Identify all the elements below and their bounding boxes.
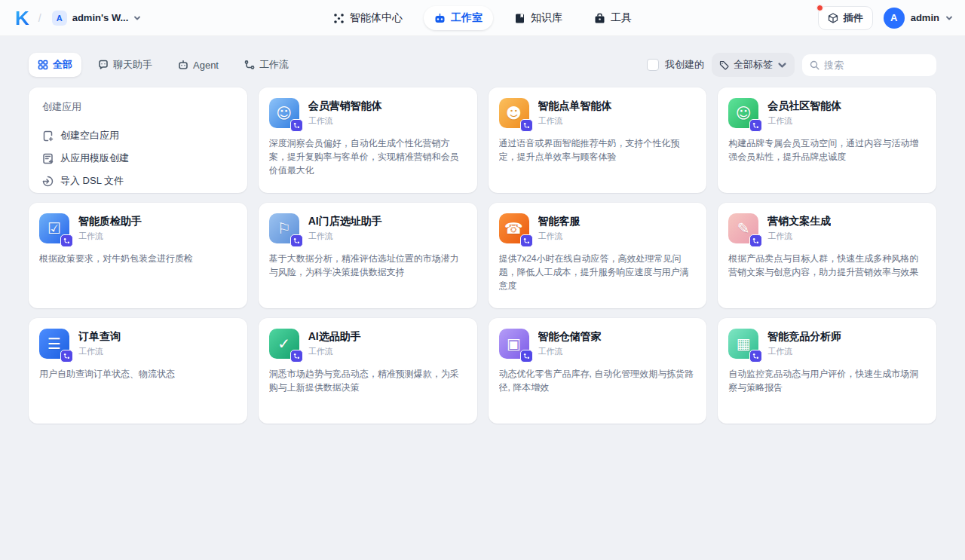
nav-knowledge[interactable]: 知识库: [504, 6, 573, 30]
app-grid: 创建应用 创建空白应用 从应用模版创建 导入 DSL 文件: [29, 87, 936, 424]
tab-label: 工作流: [259, 58, 289, 72]
search-input[interactable]: [824, 60, 929, 71]
app-description: 用户自助查询订单状态、物流状态: [39, 367, 237, 381]
app-description: 通过语音或界面智能推荐牛奶，支持个性化预定，提升点单效率与顾客体验: [499, 136, 697, 164]
app-title: 营销文案生成: [767, 215, 831, 228]
app-card-order-query[interactable]: ☰ 订单查询 工作流 用户自助查询订单状态、物流状态: [29, 318, 247, 424]
user-menu[interactable]: A admin: [884, 8, 953, 29]
workflow-badge-icon: [290, 234, 303, 247]
app-icon: ⚐: [269, 213, 299, 243]
app-title: 智能仓储管家: [538, 330, 602, 344]
nav-tools[interactable]: 工具: [584, 6, 642, 30]
chevron-down-icon: [945, 14, 953, 22]
app-icon: ☎: [499, 213, 529, 243]
app-description: 基于大数据分析，精准评估选址位置的市场潜力与风险，为科学决策提供数据支持: [269, 252, 467, 279]
user-name: admin: [911, 12, 939, 23]
agent-robot-icon: [178, 60, 188, 70]
app-icon: ☻: [499, 98, 529, 128]
workspace-selector[interactable]: A admin's W...: [47, 8, 146, 29]
app-title: 智能点单智能体: [538, 99, 612, 113]
nav-label: 知识库: [531, 11, 562, 25]
chevron-down-icon: [777, 60, 787, 70]
workflow-badge-icon: [520, 350, 533, 363]
header-right: 插件 A admin: [818, 6, 953, 30]
tab-workflow[interactable]: 工作流: [235, 53, 298, 77]
template-file-icon: [42, 153, 54, 164]
app-logo[interactable]: K: [12, 8, 32, 28]
main-nav: 智能体中心 工作室 知识库 工具: [323, 0, 642, 36]
plugins-label: 插件: [844, 11, 863, 25]
grid-icon: [38, 60, 48, 70]
workflow-badge-icon: [749, 119, 762, 132]
nav-label: 智能体中心: [350, 11, 403, 25]
app-type: 工作流: [78, 231, 142, 242]
create-from-template-button[interactable]: 从应用模版创建: [42, 147, 234, 170]
filter-right: 我创建的 全部标签: [647, 53, 936, 77]
create-blank-app-label: 创建空白应用: [60, 129, 119, 142]
created-by-me-filter[interactable]: 我创建的: [647, 58, 704, 72]
app-type: 工作流: [538, 346, 602, 357]
app-description: 构建品牌专属会员互动空间，通过内容与活动增强会员粘性，提升品牌忠诚度: [728, 136, 926, 164]
nav-studio[interactable]: 工作室: [424, 6, 493, 30]
app-card-member-community[interactable]: ☺ 会员社区智能体 工作流 构建品牌专属会员互动空间，通过内容与活动增强会员粘性…: [718, 87, 936, 193]
app-card-quality-inspection[interactable]: ☑ 智能质检助手 工作流 根据政策要求，对牛奶包装盒进行质检: [29, 203, 247, 308]
app-icon-glyph: ▣: [507, 336, 521, 351]
workspace-avatar: A: [52, 11, 67, 26]
create-from-template-label: 从应用模版创建: [60, 151, 129, 165]
tab-label: 全部: [53, 58, 72, 72]
app-icon-glyph: ✓: [277, 336, 290, 351]
app-icon-glyph: ☺: [736, 106, 752, 121]
workflow-badge-icon: [60, 350, 73, 363]
app-description: 动态优化零售产品库存, 自动化管理效期与拣货路径, 降本增效: [499, 367, 697, 394]
plugins-button[interactable]: 插件: [818, 6, 873, 30]
create-app-title: 创建应用: [42, 100, 234, 114]
tab-chat-assistant[interactable]: 聊天助手: [89, 53, 161, 77]
app-card-warehouse-manager[interactable]: ▣ 智能仓储管家 工作流 动态优化零售产品库存, 自动化管理效期与拣货路径, 降…: [489, 318, 707, 424]
app-card-competitor-analyst[interactable]: ▦ 智能竞品分析师 工作流 自动监控竞品动态与用户评价，快速生成市场洞察与策略报…: [718, 318, 936, 424]
app-card-smart-ordering[interactable]: ☻ 智能点单智能体 工作流 通过语音或界面智能推荐牛奶，支持个性化预定，提升点单…: [489, 87, 707, 193]
app-card-store-location[interactable]: ⚐ AI门店选址助手 工作流 基于大数据分析，精准评估选址位置的市场潜力与风险，…: [259, 203, 477, 308]
app-icon-glyph: ✎: [737, 221, 750, 236]
created-by-me-checkbox[interactable]: [647, 59, 659, 71]
agent-center-icon: [333, 13, 345, 24]
app-icon: ☰: [39, 329, 69, 359]
app-title: AI门店选址助手: [308, 215, 382, 228]
tab-agent[interactable]: Agent: [169, 54, 228, 76]
app-description: 深度洞察会员偏好，自动化生成个性化营销方案，提升复购率与客单价，实现精准营销和会…: [269, 136, 467, 177]
studio-robot-icon: [434, 13, 446, 24]
app-type: 工作流: [78, 346, 121, 357]
app-card-customer-service[interactable]: ☎ 智能客服 工作流 提供7x24小时在线自动应答，高效处理常见问题，降低人工成…: [489, 203, 707, 308]
app-icon-glyph: ☎: [504, 221, 523, 236]
workspace-name: admin's W...: [72, 12, 129, 23]
app-card-product-selection[interactable]: ✓ AI选品助手 工作流 洞悉市场趋势与竞品动态，精准预测爆款，为采购与上新提供…: [259, 318, 477, 424]
tag-icon: [719, 60, 729, 70]
file-plus-icon: [42, 130, 54, 142]
app-icon: ✎: [728, 213, 758, 243]
user-avatar: A: [884, 8, 905, 29]
app-type: 工作流: [308, 231, 382, 242]
app-description: 根据产品卖点与目标人群，快速生成多种风格的营销文案与创意内容，助力提升营销效率与…: [728, 252, 926, 279]
import-dsl-button[interactable]: 导入 DSL 文件: [42, 170, 234, 192]
tab-all[interactable]: 全部: [29, 53, 81, 77]
app-icon: ☺: [728, 98, 758, 128]
top-header: K / A admin's W... 智能体中心 工作室: [0, 0, 965, 36]
breadcrumb-divider: /: [38, 12, 41, 24]
workflow-badge-icon: [520, 119, 533, 132]
app-card-member-marketing[interactable]: ☺ 会员营销智能体 工作流 深度洞察会员偏好，自动化生成个性化营销方案，提升复购…: [259, 87, 477, 193]
import-dsl-label: 导入 DSL 文件: [60, 174, 124, 188]
app-card-marketing-copy[interactable]: ✎ 营销文案生成 工作流 根据产品卖点与目标人群，快速生成多种风格的营销文案与创…: [718, 203, 936, 308]
app-type: 工作流: [538, 115, 612, 127]
created-by-me-label: 我创建的: [665, 58, 704, 72]
app-type: 工作流: [767, 231, 831, 242]
notification-dot: [816, 5, 823, 11]
app-title: 订单查询: [78, 330, 121, 344]
filter-bar: 全部 聊天助手 Agent 工作流: [29, 53, 936, 77]
workflow-badge-icon: [290, 350, 303, 363]
create-blank-app-button[interactable]: 创建空白应用: [42, 124, 234, 147]
workflow-badge-icon: [520, 234, 533, 247]
knowledge-base-icon: [514, 13, 525, 24]
tag-filter-dropdown[interactable]: 全部标签: [712, 53, 795, 77]
app-icon: ✓: [269, 329, 299, 359]
plugin-package-icon: [828, 13, 838, 23]
nav-agent-center[interactable]: 智能体中心: [323, 6, 413, 30]
